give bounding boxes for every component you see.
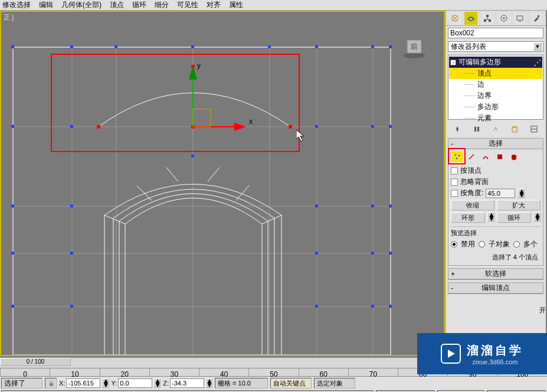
menu-modify-sel[interactable]: 修改选择	[2, 0, 31, 10]
menu-loop[interactable]: 循环	[132, 0, 146, 10]
svg-rect-45	[70, 305, 73, 308]
svg-text:x: x	[249, 117, 253, 126]
motion-tab-icon[interactable]	[497, 12, 510, 25]
make-unique-icon[interactable]	[490, 124, 502, 134]
menu-geom[interactable]: 几何体(全部)	[61, 0, 101, 10]
configure-sets-icon[interactable]	[528, 124, 540, 134]
svg-line-17	[166, 167, 178, 182]
stack-edge[interactable]: ⋯⋯边	[449, 79, 542, 90]
svg-rect-23	[114, 45, 117, 48]
svg-line-15	[104, 215, 125, 224]
subobj-edge-icon[interactable]	[466, 151, 477, 162]
angle-spinner-arrows[interactable]: ▲▼	[517, 189, 525, 198]
svg-marker-55	[189, 66, 197, 80]
svg-rect-30	[70, 125, 73, 128]
menu-vertex[interactable]: 顶点	[110, 0, 124, 10]
viewcube[interactable]: 前	[402, 35, 426, 59]
stack-root[interactable]: - 可编辑多边形 ⋰	[449, 57, 542, 68]
grid-status: 栅格 = 10.0	[215, 378, 268, 388]
svg-rect-21	[11, 45, 14, 48]
selset-dropdown[interactable]: 选定对象	[314, 378, 355, 388]
svg-rect-26	[315, 45, 318, 48]
loop-spinner[interactable]: ▲▼	[533, 212, 541, 222]
svg-rect-48	[389, 305, 392, 308]
time-slider[interactable]: 0 / 100	[0, 358, 71, 366]
soft-selection-header[interactable]: +软选择	[448, 269, 543, 279]
svg-line-19	[137, 186, 152, 200]
by-angle-checkbox[interactable]: 按角度: ▲▼	[451, 188, 541, 198]
menu-edit[interactable]: 编辑	[39, 0, 53, 10]
ring-button[interactable]: 环形	[451, 212, 485, 223]
viewport[interactable]: 正 ]	[0, 11, 445, 356]
subobj-border-icon[interactable]	[480, 151, 491, 162]
by-vertex-checkbox[interactable]: 按顶点	[451, 166, 541, 176]
svg-rect-36	[315, 205, 318, 207]
ring-spinner[interactable]: ▲▼	[487, 212, 494, 222]
subobj-vertex-icon[interactable]	[452, 151, 463, 162]
svg-rect-61	[51, 54, 299, 151]
hierarchy-tab-icon[interactable]	[481, 12, 494, 25]
edit-vertex-rollout: -编辑顶点	[448, 282, 543, 294]
coord-y-spinner[interactable]: ▲▼	[153, 378, 161, 388]
soft-selection-rollout: +软选择	[448, 268, 543, 280]
lock-icon[interactable]	[45, 378, 57, 388]
stack-border[interactable]: ⋯⋯边界	[449, 90, 542, 101]
coord-z-spinner[interactable]: ▲▼	[205, 378, 212, 388]
angle-spinner[interactable]	[486, 189, 515, 198]
modifier-stack[interactable]: - 可编辑多边形 ⋰ ⋯⋯顶点 ⋯⋯边 ⋯⋯边界 ⋯⋯多边形 ⋯⋯元素	[448, 55, 543, 120]
object-name-input[interactable]	[448, 28, 543, 38]
svg-line-18	[208, 167, 220, 182]
stack-vertex[interactable]: ⋯⋯顶点	[449, 68, 542, 79]
svg-rect-33	[389, 125, 392, 128]
subobj-element-icon[interactable]	[509, 151, 519, 162]
svg-point-84	[455, 154, 456, 156]
display-tab-icon[interactable]	[513, 12, 526, 25]
tree-collapse-icon[interactable]: -	[450, 60, 456, 65]
autokey-button[interactable]: 自动关键点	[270, 378, 312, 388]
stack-toolbar	[448, 123, 543, 136]
edit-vertex-header[interactable]: -编辑顶点	[448, 283, 543, 294]
command-panel: 修改器列表 ▼ - 可编辑多边形 ⋰ ⋯⋯顶点 ⋯⋯边 ⋯⋯边界 ⋯⋯多边形 ⋯…	[445, 11, 546, 357]
svg-rect-44	[11, 305, 14, 308]
menu-subdiv[interactable]: 细分	[155, 0, 169, 10]
svg-marker-57	[234, 123, 246, 131]
coord-x-spinner[interactable]: ▲▼	[101, 378, 109, 388]
utilities-tab-icon[interactable]	[530, 12, 543, 25]
remove-modifier-icon[interactable]	[509, 124, 520, 134]
preview-subobj-radio[interactable]	[479, 241, 485, 248]
svg-rect-27	[371, 45, 374, 48]
grow-button[interactable]: 扩大	[497, 200, 541, 210]
preview-multi-radio[interactable]	[513, 241, 520, 248]
svg-rect-38	[389, 205, 392, 207]
pin-stack-icon[interactable]	[451, 124, 463, 134]
svg-point-86	[456, 158, 457, 159]
preview-off-radio[interactable]	[451, 241, 457, 248]
menubar[interactable]: 修改选择 编辑 几何体(全部) 顶点 循环 细分 可见性 对齐 属性	[0, 0, 547, 11]
loop-button[interactable]: 循环	[497, 212, 531, 223]
shrink-button[interactable]: 收缩	[451, 200, 494, 210]
svg-rect-77	[538, 15, 539, 17]
menu-props[interactable]: 属性	[229, 0, 243, 10]
modifier-list-dropdown[interactable]: 修改器列表 ▼	[448, 41, 543, 52]
svg-rect-37	[371, 205, 374, 207]
panel-tabs	[446, 11, 546, 26]
coord-z-input[interactable]	[170, 378, 204, 388]
stack-polygon[interactable]: ⋯⋯多边形	[449, 101, 542, 113]
open-label: 开	[539, 306, 546, 315]
coord-x-input[interactable]	[66, 378, 100, 388]
menu-visibility[interactable]: 可见性	[177, 0, 198, 10]
selection-rollout-header[interactable]: - 选择	[448, 139, 543, 149]
create-tab-icon[interactable]	[448, 12, 461, 25]
svg-rect-46	[315, 305, 318, 308]
menu-align[interactable]: 对齐	[207, 0, 221, 10]
coord-y-input[interactable]	[118, 378, 152, 388]
svg-marker-91	[448, 350, 455, 358]
svg-rect-80	[512, 127, 517, 132]
modify-tab-icon[interactable]	[464, 12, 477, 25]
ignore-backfacing-checkbox[interactable]: 忽略背面	[451, 177, 541, 187]
show-end-result-icon[interactable]	[471, 124, 483, 134]
subobj-polygon-icon[interactable]	[494, 151, 505, 162]
selection-status: 选择了	[1, 378, 42, 388]
svg-rect-78	[474, 127, 476, 131]
dropdown-arrow-icon[interactable]: ▼	[533, 42, 542, 51]
